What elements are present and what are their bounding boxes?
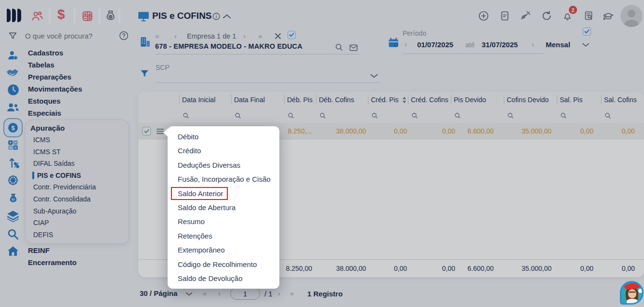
support-chat-avatar[interactable]	[620, 281, 644, 305]
menu-item-deducoes-diversas[interactable]: Deduções Diversas	[168, 158, 279, 172]
menu-item-saldo-de-devolucao[interactable]: Saldo de Devolução	[168, 271, 279, 285]
menu-item-saldo-de-abertura[interactable]: Saldo de Abertura	[168, 200, 279, 214]
avatar-santa-hat	[624, 282, 641, 290]
avatar-glasses	[629, 292, 636, 294]
avatar-hat-pompom	[638, 289, 643, 293]
menu-item-extemporaneo[interactable]: Extemporâneo	[168, 243, 279, 257]
menu-item-fusao-incorporacao-cisao[interactable]: Fusão, Incorporação e Cisão	[168, 172, 279, 186]
menu-item-resumo[interactable]: Resumo	[168, 214, 279, 228]
avatar-shirt	[627, 299, 638, 305]
app-window: $ PIS e COFINS	[0, 0, 644, 307]
menu-item-credito[interactable]: Crédito	[168, 144, 279, 158]
menu-item-retencoes[interactable]: Retenções	[168, 229, 279, 243]
menu-item-codigo-de-recolhimento[interactable]: Código de Recolhimento	[168, 257, 279, 271]
context-menu-pointer	[163, 128, 168, 137]
tutorial-dim-overlay	[0, 0, 644, 307]
menu-item-debito[interactable]: Débito	[168, 130, 279, 144]
row-context-menu: Débito Crédito Deduções Diversas Fusão, …	[168, 126, 279, 289]
tutorial-highlight-box	[171, 187, 228, 200]
